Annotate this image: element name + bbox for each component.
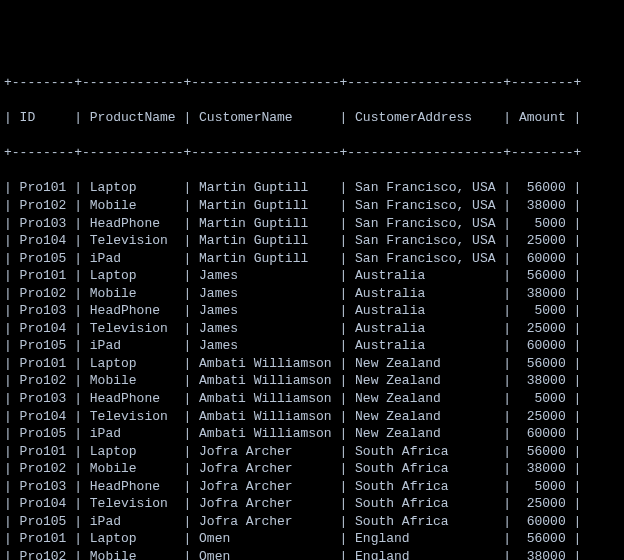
table-body: | Pro101 | Laptop | Martin Guptill | San… (4, 179, 620, 560)
table-row: | Pro101 | Laptop | Ambati Williamson | … (4, 355, 620, 373)
table-row: | Pro103 | HeadPhone | Martin Guptill | … (4, 215, 620, 233)
table-row: | Pro102 | Mobile | Jofra Archer | South… (4, 460, 620, 478)
table-header-ruler: +--------+-------------+----------------… (4, 144, 620, 162)
table-row: | Pro104 | Television | Ambati Williamso… (4, 408, 620, 426)
table-row: | Pro103 | HeadPhone | James | Australia… (4, 302, 620, 320)
table-row: | Pro102 | Mobile | Ambati Williamson | … (4, 372, 620, 390)
table-row: | Pro103 | HeadPhone | Ambati Williamson… (4, 390, 620, 408)
table-header-row: | ID | ProductName | CustomerName | Cust… (4, 109, 620, 127)
table-row: | Pro105 | iPad | Jofra Archer | South A… (4, 513, 620, 531)
table-row: | Pro104 | Television | Martin Guptill |… (4, 232, 620, 250)
table-row: | Pro102 | Mobile | Martin Guptill | San… (4, 197, 620, 215)
table-row: | Pro101 | Laptop | Martin Guptill | San… (4, 179, 620, 197)
table-row: | Pro101 | Laptop | Jofra Archer | South… (4, 443, 620, 461)
table-row: | Pro104 | Television | Jofra Archer | S… (4, 495, 620, 513)
table-top-ruler: +--------+-------------+----------------… (4, 74, 620, 92)
table-row: | Pro102 | Mobile | James | Australia | … (4, 285, 620, 303)
table-row: | Pro101 | Laptop | James | Australia | … (4, 267, 620, 285)
table-row: | Pro105 | iPad | Ambati Williamson | Ne… (4, 425, 620, 443)
table-row: | Pro104 | Television | James | Australi… (4, 320, 620, 338)
table-row: | Pro103 | HeadPhone | Jofra Archer | So… (4, 478, 620, 496)
table-row: | Pro105 | iPad | Martin Guptill | San F… (4, 250, 620, 268)
table-row: | Pro101 | Laptop | Omen | England | 560… (4, 530, 620, 548)
table-row: | Pro105 | iPad | James | Australia | 60… (4, 337, 620, 355)
table-row: | Pro102 | Mobile | Omen | England | 380… (4, 548, 620, 560)
